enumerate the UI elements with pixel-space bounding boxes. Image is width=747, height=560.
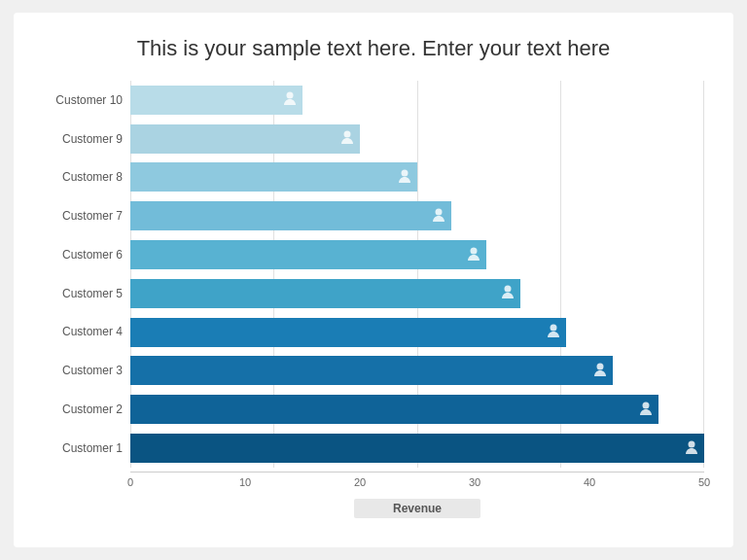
bar — [130, 279, 520, 308]
x-tick: 30 — [469, 476, 480, 488]
svg-point-6 — [551, 325, 557, 332]
bars-column — [130, 81, 704, 468]
x-axis: 01020304050 — [130, 472, 704, 491]
y-label: Customer 10 — [43, 93, 123, 107]
bar-row — [130, 392, 704, 427]
x-axis-label: Revenue — [354, 499, 480, 518]
bar-row — [130, 237, 704, 272]
bar-row — [130, 315, 704, 350]
bar-row — [130, 83, 704, 118]
x-tick: 20 — [354, 476, 366, 488]
person-icon — [593, 362, 607, 380]
svg-point-3 — [436, 208, 443, 215]
chart-area: Customer 10Customer 9Customer 8Customer … — [43, 81, 704, 518]
bars-wrapper — [130, 81, 704, 468]
y-label: Customer 3 — [43, 364, 123, 377]
y-label: Customer 5 — [43, 287, 123, 300]
svg-point-0 — [287, 92, 294, 99]
bar — [130, 201, 451, 230]
person-icon — [685, 439, 698, 458]
person-icon — [467, 246, 480, 264]
x-tick: 10 — [239, 476, 251, 488]
x-label-row: Revenue — [130, 499, 704, 518]
bar — [130, 356, 613, 385]
person-icon — [639, 401, 653, 419]
svg-point-4 — [470, 247, 477, 254]
y-label: Customer 2 — [43, 402, 123, 416]
x-tick: 50 — [698, 476, 710, 488]
bar-row — [130, 159, 704, 194]
svg-point-8 — [642, 402, 649, 408]
bar — [130, 395, 658, 424]
bar — [130, 434, 704, 463]
bar — [130, 240, 486, 269]
x-tick: 0 — [127, 476, 133, 488]
bar-row — [130, 198, 704, 233]
y-label: Customer 8 — [43, 170, 123, 184]
person-icon — [501, 284, 515, 302]
bar-row — [130, 122, 704, 157]
person-icon — [398, 168, 411, 187]
svg-point-7 — [596, 363, 603, 369]
svg-point-9 — [689, 440, 695, 447]
y-label: Customer 7 — [43, 209, 123, 223]
bar — [130, 162, 417, 192]
bar — [130, 318, 566, 347]
svg-point-1 — [344, 131, 351, 138]
y-label: Customer 4 — [43, 325, 123, 338]
y-labels: Customer 10Customer 9Customer 8Customer … — [43, 81, 130, 468]
y-label: Customer 6 — [43, 248, 123, 262]
person-icon — [283, 90, 297, 109]
bar-row — [130, 431, 704, 466]
svg-point-5 — [505, 286, 512, 293]
y-label: Customer 1 — [43, 441, 123, 455]
y-label: Customer 9 — [43, 132, 123, 146]
bar-row — [130, 276, 704, 311]
bar-row — [130, 353, 704, 388]
chart-card: This is your sample text here. Enter you… — [14, 13, 733, 547]
person-icon — [432, 207, 445, 226]
chart-title: This is your sample text here. Enter you… — [43, 36, 704, 61]
x-tick: 40 — [584, 476, 595, 488]
svg-point-2 — [402, 169, 409, 176]
bar — [130, 86, 302, 115]
person-icon — [340, 129, 354, 148]
chart-body: Customer 10Customer 9Customer 8Customer … — [43, 81, 704, 468]
person-icon — [547, 323, 560, 341]
bar — [130, 124, 360, 154]
